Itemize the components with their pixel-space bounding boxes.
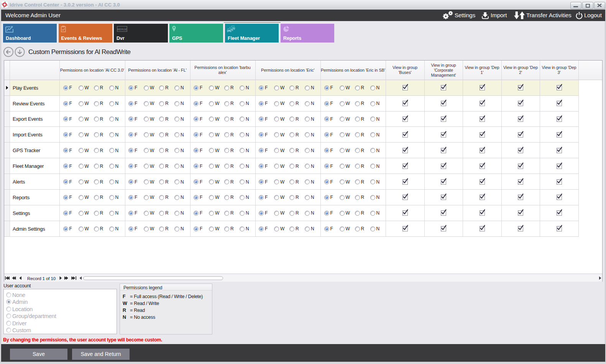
svg-text:MERGE: MERGE [117, 28, 127, 31]
